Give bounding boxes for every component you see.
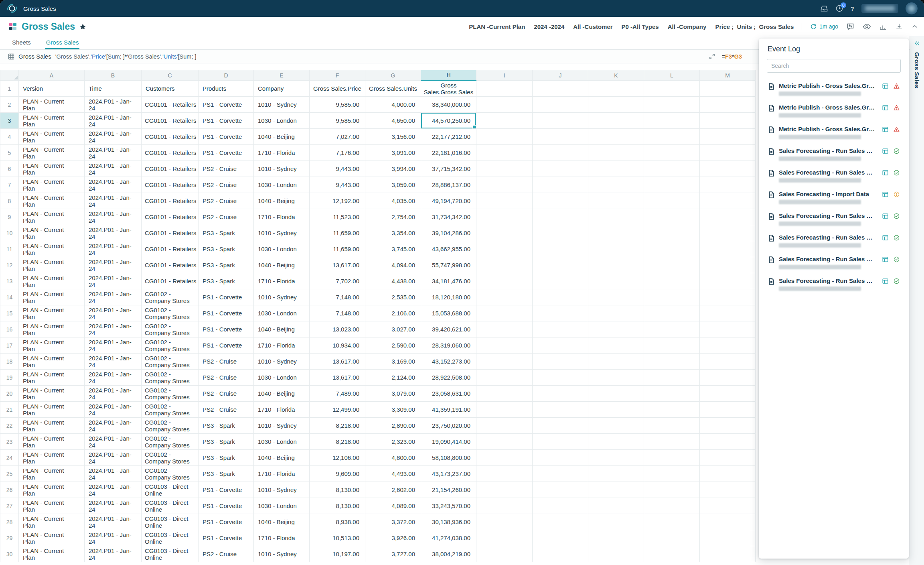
cell-E27[interactable]: 1030 - London [254,498,310,514]
cell-F4[interactable]: 7,027.00 [310,129,365,145]
cell-A23[interactable]: PLAN - Current Plan [19,434,85,450]
cell-G19[interactable]: 2,124.00 [365,370,421,386]
cell-A29[interactable]: PLAN - Current Plan [19,530,85,546]
cell-D27[interactable]: PS1 - Corvette [199,498,254,514]
cell-A25[interactable]: PLAN - Current Plan [19,466,85,482]
comment-icon[interactable] [846,22,855,31]
cell-M10[interactable] [700,225,756,241]
cell-L26[interactable] [644,482,700,498]
cell-K27[interactable] [588,498,644,514]
cell-D15[interactable]: PS1 - Corvette [199,305,254,321]
event-log-item[interactable]: Sales Forecasting - Run Sales Calcul... [764,230,903,252]
cell-A19[interactable]: PLAN - Current Plan [19,370,85,386]
cell-F26[interactable]: 8,130.00 [310,482,365,498]
cell-L2[interactable] [644,97,700,113]
cell-L29[interactable] [644,530,700,546]
cell-H13[interactable]: 34,181,476.00 [421,273,476,289]
cell-L3[interactable] [644,113,700,129]
cell-L18[interactable] [644,354,700,370]
select-all-corner[interactable] [0,70,19,81]
cell-K21[interactable] [588,402,644,418]
column-header-C[interactable]: C [142,70,199,81]
cell-E9[interactable]: 1710 - Florida [254,209,310,225]
column-header-E[interactable]: E [254,70,310,81]
cell-G8[interactable]: 4,035.00 [365,193,421,209]
cell-F15[interactable]: 7,148.00 [310,305,365,321]
cell-K23[interactable] [588,434,644,450]
cell-K24[interactable] [588,450,644,466]
cell-F29[interactable]: 10,513.00 [310,530,365,546]
cell-H30[interactable]: 38,004,219.00 [421,546,476,562]
cell-B6[interactable]: 2024.P01 - Jan-24 [85,161,142,177]
cell-L6[interactable] [644,161,700,177]
cell-D13[interactable]: PS3 - Spark [199,273,254,289]
cell-B25[interactable]: 2024.P01 - Jan-24 [85,466,142,482]
row-header-19[interactable]: 19 [0,370,19,386]
cell-H14[interactable]: 18,120,180.00 [421,289,476,305]
cell-F20[interactable]: 7,489.00 [310,386,365,402]
cell-D2[interactable]: PS1 - Corvette [199,97,254,113]
row-header-10[interactable]: 10 [0,225,19,241]
cell-G11[interactable]: 3,745.00 [365,241,421,257]
row-header-27[interactable]: 27 [0,498,19,514]
cell-H29[interactable]: 41,274,038.00 [421,530,476,546]
cell-C16[interactable]: CG0102 - Company Stores [142,321,199,337]
cell-I10[interactable] [476,225,533,241]
cell-C2[interactable]: CG0101 - Retailers [142,97,199,113]
cell-K1[interactable] [588,81,644,97]
report-icon[interactable] [882,213,889,219]
cell-K19[interactable] [588,370,644,386]
cell-J27[interactable] [533,498,588,514]
event-log-item[interactable]: Metric Publish - Gross Sales.Gross S... [764,122,903,143]
cell-M2[interactable] [700,97,756,113]
cell-B5[interactable]: 2024.P01 - Jan-24 [85,145,142,161]
cell-I9[interactable] [476,209,533,225]
cell-B24[interactable]: 2024.P01 - Jan-24 [85,450,142,466]
cell-F30[interactable]: 10,197.00 [310,546,365,562]
cell-C19[interactable]: CG0102 - Company Stores [142,370,199,386]
cell-M22[interactable] [700,418,756,434]
cell-L30[interactable] [644,546,700,562]
row-header-6[interactable]: 6 [0,161,19,177]
cell-L19[interactable] [644,370,700,386]
cell-J18[interactable] [533,354,588,370]
cell-L7[interactable] [644,177,700,193]
cell-M6[interactable] [700,161,756,177]
cell-H28[interactable]: 30,138,936.00 [421,514,476,530]
row-header-29[interactable]: 29 [0,530,19,546]
cell-I11[interactable] [476,241,533,257]
cell-J14[interactable] [533,289,588,305]
cell-B14[interactable]: 2024.P01 - Jan-24 [85,289,142,305]
cell-I7[interactable] [476,177,533,193]
cell-C22[interactable]: CG0102 - Company Stores [142,418,199,434]
column-header-G[interactable]: G [365,70,421,81]
cell-A21[interactable]: PLAN - Current Plan [19,402,85,418]
cell-C13[interactable]: CG0101 - Retailers [142,273,199,289]
cell-A16[interactable]: PLAN - Current Plan [19,321,85,337]
cell-D22[interactable]: PS3 - Spark [199,418,254,434]
cell-H17[interactable]: 28,319,060.00 [421,337,476,354]
cell-I15[interactable] [476,305,533,321]
cell-J26[interactable] [533,482,588,498]
cell-K5[interactable] [588,145,644,161]
cell-K3[interactable] [588,113,644,129]
cell-D23[interactable]: PS3 - Spark [199,434,254,450]
cell-D20[interactable]: PS2 - Cruise [199,386,254,402]
event-log-item[interactable]: Metric Publish - Gross Sales.Gross S... [764,78,903,100]
row-header-25[interactable]: 25 [0,466,19,482]
cell-I24[interactable] [476,450,533,466]
report-icon[interactable] [882,83,889,89]
cell-D17[interactable]: PS1 - Corvette [199,337,254,354]
column-header-L[interactable]: L [644,70,700,81]
cell-G2[interactable]: 4,000.00 [365,97,421,113]
cell-L24[interactable] [644,450,700,466]
cell-B28[interactable]: 2024.P01 - Jan-24 [85,514,142,530]
cell-L12[interactable] [644,257,700,273]
cell-L25[interactable] [644,466,700,482]
report-icon[interactable] [882,126,889,133]
row-header-15[interactable]: 15 [0,305,19,321]
cell-G28[interactable]: 3,372.00 [365,514,421,530]
cell-A4[interactable]: PLAN - Current Plan [19,129,85,145]
cell-G23[interactable]: 2,323.00 [365,434,421,450]
cell-D30[interactable]: PS2 - Cruise [199,546,254,562]
